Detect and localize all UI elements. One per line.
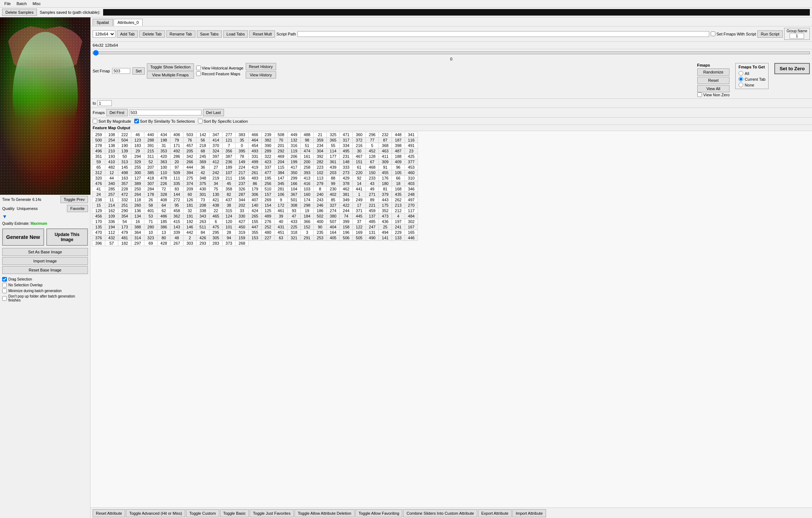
table-cell[interactable]: 420 — [157, 154, 170, 159]
table-cell[interactable]: 18 — [392, 181, 405, 186]
table-cell[interactable]: 22 — [210, 208, 223, 214]
table-cell[interactable]: 136 — [131, 208, 144, 214]
table-cell[interactable]: 431 — [275, 224, 288, 230]
table-cell[interactable]: 120 — [223, 219, 236, 224]
table-cell[interactable]: 456 — [92, 214, 105, 219]
table-cell[interactable]: 201 — [275, 143, 288, 148]
table-cell[interactable]: 490 — [366, 235, 379, 241]
table-cell[interactable]: 419 — [249, 165, 262, 170]
table-cell[interactable]: 197 — [392, 219, 405, 224]
table-cell[interactable]: 166 — [288, 181, 301, 186]
table-cell[interactable]: 374 — [183, 181, 196, 186]
table-cell[interactable]: 416 — [301, 181, 314, 186]
table-cell[interactable]: 131 — [366, 230, 379, 235]
table-cell[interactable]: 148 — [340, 159, 353, 165]
table-cell[interactable]: 54 — [118, 219, 131, 224]
table-cell[interactable]: 288 — [144, 138, 157, 143]
table-cell[interactable]: 504 — [118, 138, 131, 143]
table-cell[interactable]: 269 — [262, 197, 275, 203]
table-cell[interactable]: 345 — [275, 181, 288, 186]
table-cell[interactable]: 476 — [92, 181, 105, 186]
table-cell[interactable]: 42 — [196, 170, 210, 176]
set-as-base-image-button[interactable]: Set As Base Image — [2, 248, 88, 256]
table-cell[interactable]: 410 — [105, 159, 118, 165]
fmaps-none-radio[interactable] — [739, 83, 743, 87]
table-cell[interactable]: 21 — [314, 132, 327, 138]
table-cell[interactable]: 316 — [288, 143, 301, 148]
table-cell[interactable]: 344 — [236, 197, 249, 203]
table-cell[interactable]: 215 — [144, 148, 157, 154]
table-cell[interactable]: 198 — [157, 138, 170, 143]
table-cell[interactable]: 281 — [275, 186, 288, 192]
table-cell[interactable]: 469 — [275, 154, 288, 159]
table-cell[interactable]: 126 — [183, 197, 196, 203]
table-cell[interactable]: 440 — [144, 132, 157, 138]
table-cell[interactable]: 226 — [157, 181, 170, 186]
table-cell[interactable]: 0 — [236, 143, 249, 148]
table-cell[interactable]: 444 — [183, 165, 196, 170]
tab-attributes[interactable]: Attributes_0 — [114, 19, 143, 26]
table-cell[interactable]: 307 — [144, 181, 157, 186]
table-cell[interactable]: 246 — [314, 203, 327, 208]
table-cell[interactable]: 102 — [314, 170, 327, 176]
table-cell[interactable]: 30 — [353, 148, 366, 154]
table-cell[interactable]: 266 — [183, 159, 196, 165]
table-cell[interactable]: 293 — [196, 241, 210, 246]
table-cell[interactable]: 359 — [314, 138, 327, 143]
table-cell[interactable]: 462 — [340, 186, 353, 192]
table-cell[interactable]: 27 — [210, 165, 223, 170]
table-cell[interactable]: 152 — [301, 224, 314, 230]
table-cell[interactable]: 77 — [366, 138, 379, 143]
table-cell[interactable]: 147 — [275, 176, 288, 181]
table-cell[interactable]: 369 — [196, 159, 210, 165]
table-cell[interactable]: 500 — [92, 138, 105, 143]
table-cell[interactable]: 139 — [118, 148, 131, 154]
no-selection-overlap-row[interactable]: No Selection Overlap — [2, 283, 88, 287]
table-cell[interactable]: 159 — [236, 235, 249, 241]
table-cell[interactable]: 146 — [183, 224, 196, 230]
table-cell[interactable]: 260 — [131, 203, 144, 208]
table-cell[interactable]: 105 — [392, 170, 405, 176]
tab-spatial[interactable]: Spatial — [93, 19, 113, 26]
table-cell[interactable]: 272 — [170, 197, 183, 203]
table-cell[interactable]: 350 — [288, 170, 301, 176]
table-cell[interactable]: 113 — [314, 176, 327, 181]
table-cell[interactable]: 153 — [249, 235, 262, 241]
table-cell[interactable]: 311 — [144, 154, 157, 159]
table-cell[interactable]: 57 — [105, 241, 118, 246]
table-cell[interactable]: 447 — [249, 224, 262, 230]
table-cell[interactable]: 445 — [353, 214, 366, 219]
table-cell[interactable]: 261 — [249, 170, 262, 176]
table-cell[interactable]: 236 — [223, 159, 236, 165]
table-cell[interactable]: 435 — [392, 192, 405, 197]
table-cell[interactable]: 283 — [210, 241, 223, 246]
table-cell[interactable]: 48 — [170, 235, 183, 241]
table-cell[interactable]: 137 — [366, 214, 379, 219]
table-cell[interactable]: 480 — [262, 230, 275, 235]
table-cell[interactable]: 128 — [366, 154, 379, 159]
table-cell[interactable]: 473 — [379, 214, 392, 219]
table-cell[interactable]: 212 — [392, 208, 405, 214]
del-fmap-input[interactable] — [129, 110, 202, 115]
table-cell[interactable]: 95 — [170, 203, 183, 208]
table-cell[interactable]: 135 — [92, 224, 105, 230]
table-cell[interactable]: 111 — [170, 176, 183, 181]
table-cell[interactable]: 499 — [249, 159, 262, 165]
table-cell[interactable]: 182 — [118, 241, 131, 246]
table-cell[interactable]: 172 — [275, 203, 288, 208]
table-cell[interactable]: 317 — [340, 138, 353, 143]
table-cell[interactable]: 421 — [210, 197, 223, 203]
table-cell[interactable]: 23 — [405, 148, 418, 154]
table-cell[interactable]: 116 — [405, 138, 418, 143]
table-cell[interactable]: 15 — [92, 203, 105, 208]
view-non-zero-checkbox[interactable] — [697, 92, 702, 97]
table-cell[interactable]: 69 — [144, 241, 157, 246]
table-cell[interactable]: 373 — [223, 241, 236, 246]
table-cell[interactable]: 453 — [405, 165, 418, 170]
table-cell[interactable]: 438 — [210, 203, 223, 208]
table-cell[interactable]: 200 — [301, 159, 314, 165]
table-cell[interactable]: 56 — [196, 138, 210, 143]
save-tabs-button[interactable]: Save Tabs — [197, 30, 222, 38]
table-cell[interactable]: 309 — [379, 159, 392, 165]
table-cell[interactable]: 461 — [275, 208, 288, 214]
